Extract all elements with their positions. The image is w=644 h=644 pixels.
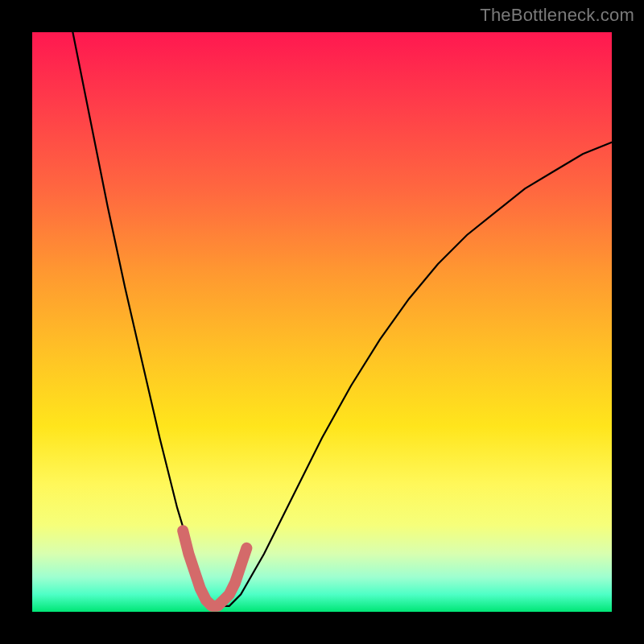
curve-svg (32, 32, 612, 612)
highlight-minimum (183, 530, 246, 606)
chart-frame: TheBottleneck.com (0, 0, 644, 644)
plot-area (32, 32, 612, 612)
bottleneck-curve (72, 32, 612, 606)
watermark-text: TheBottleneck.com (480, 5, 634, 26)
